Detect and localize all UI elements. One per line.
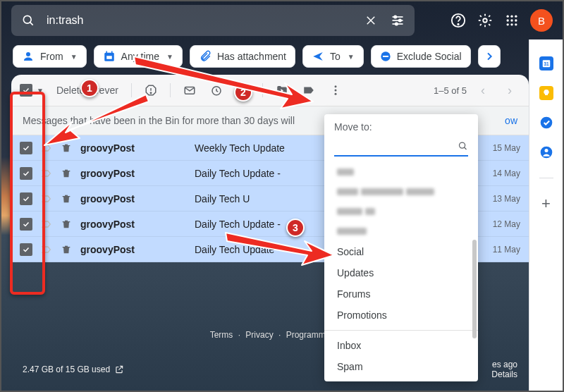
- svg-rect-28: [383, 56, 388, 57]
- open-in-new-icon[interactable]: [114, 365, 124, 374]
- popover-search[interactable]: [334, 137, 468, 157]
- trash-icon: [61, 219, 72, 230]
- popover-separator: [324, 330, 478, 331]
- toolbar-separator: [262, 83, 263, 97]
- svg-point-0: [23, 16, 31, 23]
- help-icon[interactable]: [450, 12, 467, 29]
- popover-label-blurred[interactable]: [324, 162, 478, 182]
- popover-item-updates[interactable]: Updates: [324, 262, 478, 283]
- snooze-icon[interactable]: [204, 78, 228, 102]
- select-dropdown[interactable]: ▼: [37, 87, 44, 94]
- activity-details-link[interactable]: Details: [491, 369, 517, 379]
- popover-item-promotions[interactable]: Promotions: [324, 305, 478, 326]
- importance-icon[interactable]: [41, 219, 52, 230]
- importance-icon[interactable]: [41, 193, 52, 204]
- svg-point-36: [150, 92, 152, 94]
- side-panel-separator: [539, 178, 553, 178]
- svg-point-42: [334, 93, 336, 95]
- svg-point-48: [460, 142, 465, 148]
- svg-point-17: [510, 19, 513, 21]
- svg-rect-44: [63, 171, 70, 171]
- popover-item-inbox[interactable]: Inbox: [324, 335, 478, 356]
- more-icon[interactable]: [324, 78, 348, 102]
- apps-icon[interactable]: [503, 12, 520, 29]
- popover-item-forums[interactable]: Forums: [324, 283, 478, 305]
- move-to-icon[interactable]: [270, 78, 294, 102]
- chip-to[interactable]: To ▼: [302, 45, 364, 68]
- svg-point-19: [507, 23, 509, 25]
- svg-point-39: [238, 85, 248, 96]
- chip-anytime[interactable]: Any time ▼: [94, 45, 183, 68]
- empty-bin-link[interactable]: ow: [505, 115, 517, 126]
- row-sender: groovyPost: [80, 168, 186, 179]
- svg-point-8: [399, 19, 401, 21]
- calendar-icon[interactable]: 31: [539, 56, 553, 71]
- chip-label: From: [40, 51, 63, 62]
- chip-has-attachment[interactable]: Has attachment: [190, 45, 295, 68]
- svg-rect-45: [63, 196, 70, 197]
- importance-icon[interactable]: [41, 244, 52, 255]
- row-sender: groovyPost: [80, 244, 186, 255]
- side-panel: 31 +: [529, 39, 563, 391]
- row-checkbox[interactable]: [20, 167, 32, 180]
- avatar[interactable]: B: [530, 9, 553, 32]
- row-checkbox[interactable]: [20, 142, 32, 154]
- chevron-down-icon: ▼: [70, 53, 78, 61]
- tasks-icon[interactable]: [539, 116, 553, 130]
- row-checkbox[interactable]: [20, 218, 32, 231]
- add-to-tasks-icon[interactable]: [231, 78, 255, 102]
- popover-label-blurred[interactable]: [324, 221, 478, 241]
- settings-icon[interactable]: [477, 12, 494, 29]
- popover-label-blurred[interactable]: [324, 202, 478, 221]
- mark-unread-icon[interactable]: [178, 78, 202, 102]
- add-addon-icon[interactable]: +: [539, 197, 553, 211]
- pager-text: 1–5 of 5: [434, 85, 467, 96]
- row-checkbox[interactable]: [20, 192, 32, 205]
- row-date: 15 May: [478, 143, 520, 153]
- report-spam-icon[interactable]: [139, 78, 163, 102]
- svg-point-41: [334, 90, 336, 92]
- topbar: B: [1, 1, 563, 39]
- contacts-icon[interactable]: [539, 145, 553, 159]
- search-options-icon[interactable]: [389, 12, 406, 29]
- footer-link-programme[interactable]: Programme: [286, 330, 331, 340]
- pager-prev[interactable]: ‹: [472, 80, 494, 101]
- popover-scrollbar[interactable]: [472, 240, 477, 338]
- row-date: 13 May: [478, 194, 520, 204]
- row-date: 11 May: [478, 245, 520, 255]
- storage-text: 2.47 GB of 15 GB used: [23, 365, 110, 374]
- select-all-checkbox[interactable]: [20, 84, 32, 97]
- topbar-right: B: [450, 9, 553, 32]
- clear-search-icon[interactable]: [362, 12, 379, 29]
- keep-icon[interactable]: [539, 86, 553, 100]
- row-checkbox[interactable]: [20, 243, 32, 256]
- svg-point-15: [515, 16, 517, 18]
- svg-point-21: [515, 23, 517, 25]
- importance-icon[interactable]: [41, 142, 52, 154]
- popover-item-social[interactable]: Social: [324, 241, 478, 262]
- popover-search-input[interactable]: [334, 140, 458, 152]
- svg-line-1: [30, 23, 33, 25]
- row-date: 14 May: [478, 169, 520, 178]
- importance-icon[interactable]: [41, 168, 52, 179]
- labels-icon[interactable]: [297, 78, 321, 102]
- chip-from[interactable]: From ▼: [13, 45, 87, 68]
- svg-rect-46: [63, 221, 70, 222]
- delete-forever-button[interactable]: Delete forever: [56, 85, 118, 96]
- footer-link-privacy[interactable]: Privacy: [245, 330, 273, 340]
- chip-label: Has attachment: [217, 51, 286, 62]
- chip-exclude-social[interactable]: Exclude Social: [371, 45, 471, 68]
- chip-scroll-right[interactable]: [478, 45, 501, 68]
- footer-link-terms[interactable]: Terms: [210, 330, 233, 340]
- popover-list: Social Updates Forums Promotions Inbox S…: [324, 162, 478, 377]
- trash-icon: [61, 244, 72, 255]
- pager-next[interactable]: ›: [499, 80, 520, 101]
- svg-text:31: 31: [544, 61, 549, 66]
- search-box[interactable]: [11, 5, 415, 36]
- chip-label: To: [330, 51, 341, 62]
- trash-icon: [61, 142, 72, 154]
- search-input[interactable]: [47, 14, 352, 27]
- svg-point-13: [507, 16, 509, 18]
- popover-item-spam[interactable]: Spam: [324, 356, 478, 377]
- popover-label-blurred[interactable]: [324, 182, 478, 202]
